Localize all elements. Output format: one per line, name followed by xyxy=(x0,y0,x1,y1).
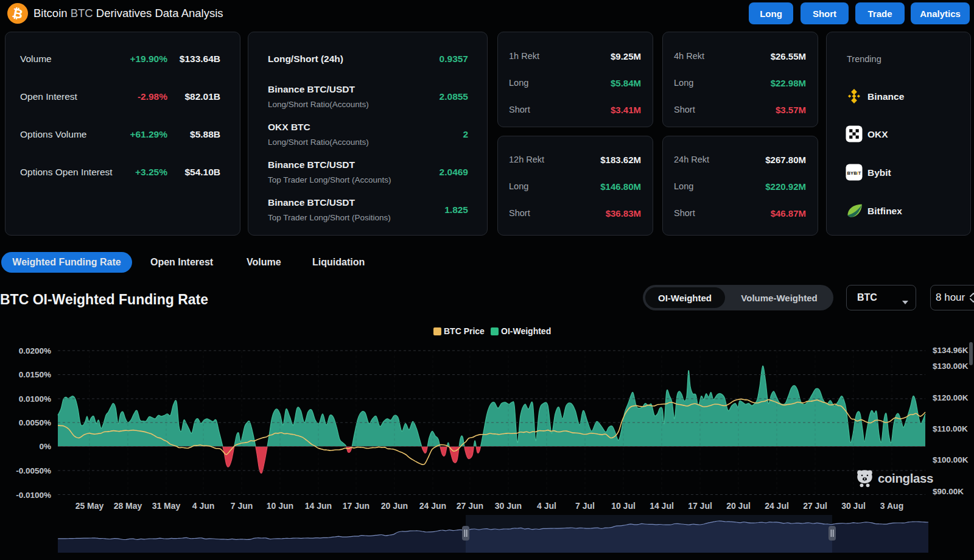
svg-text:0.0200%: 0.0200% xyxy=(19,346,51,355)
svg-text:20 Jul: 20 Jul xyxy=(726,501,751,511)
svg-text:0.0100%: 0.0100% xyxy=(19,394,51,404)
svg-text:24 Jun: 24 Jun xyxy=(419,501,446,511)
svg-text:27 Jul: 27 Jul xyxy=(803,501,827,511)
svg-text:17 Jun: 17 Jun xyxy=(343,501,370,511)
svg-text:$100.00K: $100.00K xyxy=(933,455,969,464)
svg-text:$110.00K: $110.00K xyxy=(933,424,968,433)
svg-text:BYBIT: BYBIT xyxy=(847,170,861,176)
svg-text:-0.0100%: -0.0100% xyxy=(16,491,51,500)
svg-text:17 Jul: 17 Jul xyxy=(688,501,712,511)
svg-text:$90.00K: $90.00K xyxy=(933,487,964,496)
svg-text:10 Jun: 10 Jun xyxy=(267,501,293,511)
svg-text:28 May: 28 May xyxy=(114,501,142,511)
svg-text:4 Jul: 4 Jul xyxy=(537,501,556,511)
svg-text:31 May: 31 May xyxy=(152,501,181,511)
svg-text:24 Jul: 24 Jul xyxy=(765,501,789,511)
svg-text:$120.00K: $120.00K xyxy=(933,393,969,402)
svg-text:-0.0050%: -0.0050% xyxy=(16,466,51,475)
svg-text:0.0050%: 0.0050% xyxy=(19,418,51,427)
svg-text:30 Jun: 30 Jun xyxy=(495,501,522,511)
svg-text:7 Jul: 7 Jul xyxy=(575,501,595,511)
svg-text:27 Jun: 27 Jun xyxy=(457,501,483,511)
svg-text:25 May: 25 May xyxy=(75,501,104,511)
svg-text:0%: 0% xyxy=(39,442,51,451)
svg-text:3 Aug: 3 Aug xyxy=(880,501,903,511)
svg-text:10 Jul: 10 Jul xyxy=(611,501,636,511)
svg-text:7 Jun: 7 Jun xyxy=(231,501,253,511)
svg-text:4 Jun: 4 Jun xyxy=(192,501,215,511)
svg-text:30 Jul: 30 Jul xyxy=(841,501,866,511)
svg-text:$134.96K: $134.96K xyxy=(933,346,969,355)
svg-text:$130.00K: $130.00K xyxy=(933,362,969,371)
svg-text:0.0150%: 0.0150% xyxy=(19,370,51,379)
svg-text:14 Jul: 14 Jul xyxy=(650,501,674,511)
svg-text:14 Jun: 14 Jun xyxy=(305,501,332,511)
svg-text:20 Jun: 20 Jun xyxy=(381,501,408,511)
